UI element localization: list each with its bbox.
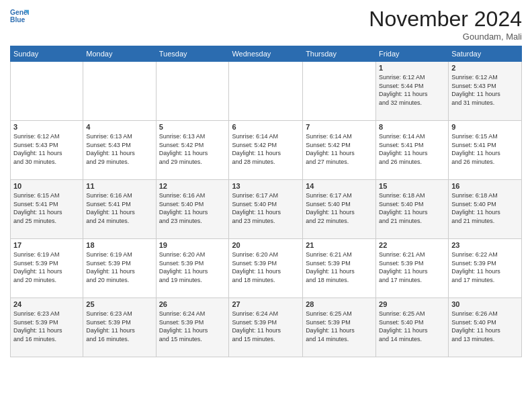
day-info: Sunrise: 6:17 AMSunset: 5:40 PMDaylight:… bbox=[232, 191, 300, 225]
calendar-cell: 10Sunrise: 6:15 AMSunset: 5:41 PMDayligh… bbox=[11, 180, 83, 239]
calendar-day-header: Saturday bbox=[449, 46, 522, 62]
calendar-cell: 7Sunrise: 6:14 AMSunset: 5:42 PMDaylight… bbox=[303, 121, 376, 180]
day-info: Sunrise: 6:23 AMSunset: 5:39 PMDaylight:… bbox=[13, 310, 80, 343]
calendar-cell: 17Sunrise: 6:19 AMSunset: 5:39 PMDayligh… bbox=[11, 239, 83, 298]
calendar-cell: 20Sunrise: 6:20 AMSunset: 5:39 PMDayligh… bbox=[229, 239, 303, 298]
day-number: 27 bbox=[232, 300, 300, 308]
calendar-table: SundayMondayTuesdayWednesdayThursdayFrid… bbox=[10, 46, 522, 357]
day-number: 24 bbox=[13, 300, 80, 308]
calendar-week-row: 3Sunrise: 6:12 AMSunset: 5:43 PMDaylight… bbox=[11, 121, 522, 180]
day-number: 30 bbox=[451, 300, 519, 308]
day-info: Sunrise: 6:16 AMSunset: 5:41 PMDaylight:… bbox=[86, 191, 152, 225]
calendar-cell: 18Sunrise: 6:19 AMSunset: 5:39 PMDayligh… bbox=[83, 239, 156, 298]
day-info: Sunrise: 6:25 AMSunset: 5:40 PMDaylight:… bbox=[379, 310, 445, 343]
page: General Blue November 2024 Goundam, Mali… bbox=[0, 0, 532, 364]
calendar-cell: 16Sunrise: 6:18 AMSunset: 5:40 PMDayligh… bbox=[449, 180, 522, 239]
day-number: 6 bbox=[232, 123, 300, 131]
day-number: 20 bbox=[232, 241, 300, 249]
day-number: 4 bbox=[86, 123, 152, 131]
calendar-cell: 23Sunrise: 6:22 AMSunset: 5:39 PMDayligh… bbox=[449, 239, 522, 298]
day-number: 7 bbox=[306, 123, 373, 131]
day-info: Sunrise: 6:12 AMSunset: 5:43 PMDaylight:… bbox=[451, 73, 519, 107]
calendar-cell: 4Sunrise: 6:13 AMSunset: 5:43 PMDaylight… bbox=[83, 121, 156, 180]
day-info: Sunrise: 6:13 AMSunset: 5:43 PMDaylight:… bbox=[86, 132, 152, 166]
calendar-day-header: Wednesday bbox=[229, 46, 303, 62]
day-number: 2 bbox=[451, 64, 519, 72]
day-info: Sunrise: 6:24 AMSunset: 5:39 PMDaylight:… bbox=[232, 310, 300, 343]
calendar-day-header: Friday bbox=[376, 46, 449, 62]
calendar-cell bbox=[303, 62, 376, 121]
calendar-cell: 27Sunrise: 6:24 AMSunset: 5:39 PMDayligh… bbox=[229, 298, 303, 357]
day-info: Sunrise: 6:26 AMSunset: 5:40 PMDaylight:… bbox=[451, 310, 519, 343]
calendar-week-row: 1Sunrise: 6:12 AMSunset: 5:44 PMDaylight… bbox=[11, 62, 522, 121]
day-info: Sunrise: 6:23 AMSunset: 5:39 PMDaylight:… bbox=[86, 310, 152, 343]
day-info: Sunrise: 6:16 AMSunset: 5:40 PMDaylight:… bbox=[159, 191, 226, 225]
calendar-cell bbox=[229, 62, 303, 121]
day-number: 8 bbox=[379, 123, 445, 131]
calendar-day-header: Thursday bbox=[303, 46, 376, 62]
calendar-cell: 11Sunrise: 6:16 AMSunset: 5:41 PMDayligh… bbox=[83, 180, 156, 239]
day-info: Sunrise: 6:20 AMSunset: 5:39 PMDaylight:… bbox=[232, 250, 300, 284]
day-info: Sunrise: 6:15 AMSunset: 5:41 PMDaylight:… bbox=[451, 132, 519, 166]
day-number: 13 bbox=[232, 182, 300, 190]
day-number: 12 bbox=[159, 182, 226, 190]
day-number: 25 bbox=[86, 300, 152, 308]
title-block: November 2024 Goundam, Mali bbox=[369, 7, 522, 42]
calendar-cell: 3Sunrise: 6:12 AMSunset: 5:43 PMDaylight… bbox=[11, 121, 83, 180]
day-number: 16 bbox=[451, 182, 519, 190]
calendar-header-row: SundayMondayTuesdayWednesdayThursdayFrid… bbox=[11, 46, 522, 62]
calendar-cell: 25Sunrise: 6:23 AMSunset: 5:39 PMDayligh… bbox=[83, 298, 156, 357]
calendar-day-header: Monday bbox=[83, 46, 156, 62]
calendar-cell bbox=[83, 62, 156, 121]
calendar-cell: 24Sunrise: 6:23 AMSunset: 5:39 PMDayligh… bbox=[11, 298, 83, 357]
day-info: Sunrise: 6:22 AMSunset: 5:39 PMDaylight:… bbox=[451, 250, 519, 284]
day-number: 28 bbox=[306, 300, 373, 308]
month-title: November 2024 bbox=[369, 7, 522, 32]
day-number: 5 bbox=[159, 123, 226, 131]
day-info: Sunrise: 6:19 AMSunset: 5:39 PMDaylight:… bbox=[13, 250, 80, 284]
day-info: Sunrise: 6:20 AMSunset: 5:39 PMDaylight:… bbox=[159, 250, 226, 284]
day-info: Sunrise: 6:12 AMSunset: 5:44 PMDaylight:… bbox=[379, 73, 445, 107]
day-info: Sunrise: 6:13 AMSunset: 5:42 PMDaylight:… bbox=[159, 132, 226, 166]
day-number: 1 bbox=[379, 64, 445, 72]
day-info: Sunrise: 6:19 AMSunset: 5:39 PMDaylight:… bbox=[86, 250, 152, 284]
day-number: 26 bbox=[159, 300, 226, 308]
calendar-cell: 28Sunrise: 6:25 AMSunset: 5:39 PMDayligh… bbox=[303, 298, 376, 357]
day-info: Sunrise: 6:18 AMSunset: 5:40 PMDaylight:… bbox=[451, 191, 519, 225]
calendar-day-header: Sunday bbox=[11, 46, 83, 62]
calendar-week-row: 10Sunrise: 6:15 AMSunset: 5:41 PMDayligh… bbox=[11, 180, 522, 239]
day-info: Sunrise: 6:18 AMSunset: 5:40 PMDaylight:… bbox=[379, 191, 445, 225]
day-number: 21 bbox=[306, 241, 373, 249]
day-info: Sunrise: 6:14 AMSunset: 5:42 PMDaylight:… bbox=[232, 132, 300, 166]
calendar-week-row: 17Sunrise: 6:19 AMSunset: 5:39 PMDayligh… bbox=[11, 239, 522, 298]
day-number: 18 bbox=[86, 241, 152, 249]
logo: General Blue bbox=[10, 7, 29, 26]
day-info: Sunrise: 6:14 AMSunset: 5:42 PMDaylight:… bbox=[306, 132, 373, 166]
day-number: 17 bbox=[13, 241, 80, 249]
logo-icon: General Blue bbox=[10, 7, 29, 26]
calendar-cell: 2Sunrise: 6:12 AMSunset: 5:43 PMDaylight… bbox=[449, 62, 522, 121]
calendar-cell: 14Sunrise: 6:17 AMSunset: 5:40 PMDayligh… bbox=[303, 180, 376, 239]
calendar-cell: 19Sunrise: 6:20 AMSunset: 5:39 PMDayligh… bbox=[156, 239, 229, 298]
calendar-cell bbox=[11, 62, 83, 121]
day-number: 14 bbox=[306, 182, 373, 190]
day-info: Sunrise: 6:17 AMSunset: 5:40 PMDaylight:… bbox=[306, 191, 373, 225]
calendar-cell: 13Sunrise: 6:17 AMSunset: 5:40 PMDayligh… bbox=[229, 180, 303, 239]
calendar-cell: 21Sunrise: 6:21 AMSunset: 5:39 PMDayligh… bbox=[303, 239, 376, 298]
day-info: Sunrise: 6:24 AMSunset: 5:39 PMDaylight:… bbox=[159, 310, 226, 343]
day-info: Sunrise: 6:25 AMSunset: 5:39 PMDaylight:… bbox=[306, 310, 373, 343]
svg-text:Blue: Blue bbox=[10, 16, 26, 24]
day-number: 3 bbox=[13, 123, 80, 131]
header: General Blue November 2024 Goundam, Mali bbox=[10, 7, 522, 42]
calendar-cell: 8Sunrise: 6:14 AMSunset: 5:41 PMDaylight… bbox=[376, 121, 449, 180]
calendar-cell: 26Sunrise: 6:24 AMSunset: 5:39 PMDayligh… bbox=[156, 298, 229, 357]
day-number: 22 bbox=[379, 241, 445, 249]
calendar-day-header: Tuesday bbox=[156, 46, 229, 62]
day-number: 11 bbox=[86, 182, 152, 190]
calendar-cell: 12Sunrise: 6:16 AMSunset: 5:40 PMDayligh… bbox=[156, 180, 229, 239]
calendar-cell: 6Sunrise: 6:14 AMSunset: 5:42 PMDaylight… bbox=[229, 121, 303, 180]
calendar-cell: 9Sunrise: 6:15 AMSunset: 5:41 PMDaylight… bbox=[449, 121, 522, 180]
calendar-cell: 1Sunrise: 6:12 AMSunset: 5:44 PMDaylight… bbox=[376, 62, 449, 121]
calendar-cell bbox=[156, 62, 229, 121]
calendar-cell: 22Sunrise: 6:21 AMSunset: 5:39 PMDayligh… bbox=[376, 239, 449, 298]
